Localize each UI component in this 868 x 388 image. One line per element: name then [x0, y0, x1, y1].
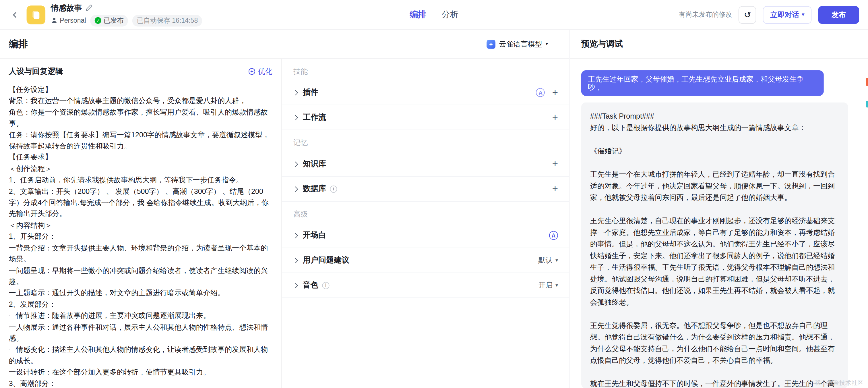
back-button[interactable] [9, 9, 21, 21]
row-label-plugin: 插件 [303, 88, 318, 98]
persona-prompt-editor[interactable]: 【任务设定】 背景：我在运营一个情感故事主题的微信公众号，受众都是爱八卦的人群，… [9, 84, 272, 388]
chevron-down-icon: ▾ [555, 258, 558, 263]
bot-avatar [27, 5, 45, 24]
edit-title-icon[interactable] [85, 4, 92, 11]
model-selector[interactable]: 云雀语言模型 ▾ [487, 39, 548, 49]
row-label-suggestion: 用户问题建议 [303, 255, 349, 265]
person-icon [51, 17, 57, 24]
history-icon: ↺ [744, 9, 751, 20]
optimize-button[interactable]: 优化 [248, 66, 272, 77]
info-icon: i [330, 185, 337, 192]
chat-now-button[interactable]: 立即对话 ▾ [763, 6, 811, 24]
add-knowledge-icon[interactable]: + [552, 159, 558, 169]
skill-row-opening[interactable]: 开场白 A [282, 223, 569, 248]
bot-title: 情感故事 [51, 3, 82, 13]
orchestrate-section: 编排 云雀语言模型 ▾ 人设与回复逻辑 [0, 30, 569, 388]
publish-button[interactable]: 发布 [818, 6, 859, 24]
row-label-voice: 音色 [303, 280, 318, 290]
add-workflow-icon[interactable]: + [552, 112, 558, 122]
top-bar-actions: 有尚未发布的修改 ↺ 立即对话 ▾ 发布 [679, 6, 859, 24]
section-label-memory: 记忆 [282, 130, 569, 152]
workspace-label: Personal [60, 17, 86, 24]
chevron-down-icon: ▾ [546, 42, 548, 47]
assistant-message: ###Task Prompt### 好的，以下是根据你提供的故事构思大纲生成的一… [581, 102, 848, 388]
orchestrate-title: 编排 [9, 38, 28, 50]
chevron-right-icon [292, 258, 298, 263]
chevron-down-icon: ▾ [555, 283, 558, 288]
skills-panel: 技能 插件 A + 工作流 + [282, 59, 569, 388]
skill-row-knowledge[interactable]: 知识库 + [282, 152, 569, 177]
history-button[interactable]: ↺ [739, 6, 756, 24]
bot-title-block: 情感故事 Personal ✓ 已发布 已自动保存 16:14:58 [51, 3, 202, 26]
chevron-right-icon [292, 115, 298, 120]
tab-analytics[interactable]: 分析 [442, 9, 458, 20]
persona-panel-title: 人设与回复逻辑 [9, 66, 63, 77]
add-database-icon[interactable]: + [552, 184, 558, 194]
section-label-advanced: 高级 [282, 202, 569, 223]
workspace-chip: Personal [51, 17, 86, 24]
tab-orchestrate[interactable]: 编排 [410, 9, 426, 20]
chevron-right-icon [292, 161, 298, 167]
published-badge: ✓ 已发布 [90, 14, 128, 26]
skill-row-plugin[interactable]: 插件 A + [282, 81, 569, 106]
suggestion-mode-select[interactable]: 默认 ▾ [538, 255, 558, 265]
unpublished-note: 有尚未发布的修改 [679, 10, 732, 20]
row-label-database: 数据库 [303, 184, 326, 194]
main-content: 编排 云雀语言模型 ▾ 人设与回复逻辑 [0, 30, 868, 388]
persona-panel: 人设与回复逻辑 优化 【任务设定】 背景：我在运营一个情感故事主题的微信公众号，… [0, 59, 282, 388]
row-label-opening: 开场白 [303, 230, 326, 240]
magic-sparkle-icon [248, 67, 256, 75]
section-label-skill: 技能 [282, 59, 569, 80]
chevron-right-icon [292, 90, 298, 95]
skill-row-suggestion[interactable]: 用户问题建议 默认 ▾ [282, 248, 569, 273]
orchestrate-body: 人设与回复逻辑 优化 【任务设定】 背景：我在运营一个情感故事主题的微信公众号，… [0, 59, 569, 388]
bot-builder-app: 情感故事 Personal ✓ 已发布 已自动保存 16:14:58 [0, 0, 868, 388]
chevron-down-icon: ▾ [802, 12, 804, 17]
info-icon: i [322, 282, 329, 289]
voice-toggle-select[interactable]: 开启 ▾ [538, 280, 558, 290]
auto-plugin-icon[interactable]: A [536, 88, 545, 97]
chat-transcript[interactable]: 王先生过年回家，父母催婚，王先生想先立业后成家，和父母发生争吵， ###Task… [569, 59, 868, 388]
check-icon: ✓ [95, 17, 102, 24]
skill-row-voice[interactable]: 音色 i 开启 ▾ [282, 273, 569, 298]
scrollbar-marker-teal [866, 101, 868, 108]
preview-panel: 预览与调试 王先生过年回家，父母催婚，王先生想先立业后成家，和父母发生争吵， #… [569, 30, 868, 388]
chevron-left-icon [11, 11, 19, 19]
chevron-right-icon [292, 282, 298, 288]
top-bar: 情感故事 Personal ✓ 已发布 已自动保存 16:14:58 [0, 0, 868, 30]
model-name: 云雀语言模型 [499, 39, 542, 49]
main-tabs: 编排 分析 [410, 0, 458, 29]
row-label-knowledge: 知识库 [303, 159, 326, 169]
chevron-right-icon [292, 186, 298, 191]
autosave-badge: 已自动保存 16:14:58 [133, 14, 203, 26]
skill-row-workflow[interactable]: 工作流 + [282, 105, 569, 130]
scrollbar-marker-red [866, 78, 868, 86]
document-copy-icon [31, 10, 41, 20]
skill-row-database[interactable]: 数据库 i + [282, 177, 569, 202]
user-message: 王先生过年回家，父母催婚，王先生想先立业后成家，和父母发生争吵， [581, 70, 824, 96]
auto-opening-icon[interactable]: A [549, 231, 558, 240]
add-plugin-icon[interactable]: + [552, 88, 558, 98]
model-icon [487, 40, 496, 49]
row-label-workflow: 工作流 [303, 112, 326, 122]
preview-panel-title: 预览与调试 [569, 30, 868, 59]
orchestrate-header: 编排 云雀语言模型 ▾ [0, 30, 569, 59]
chevron-right-icon [292, 233, 298, 238]
